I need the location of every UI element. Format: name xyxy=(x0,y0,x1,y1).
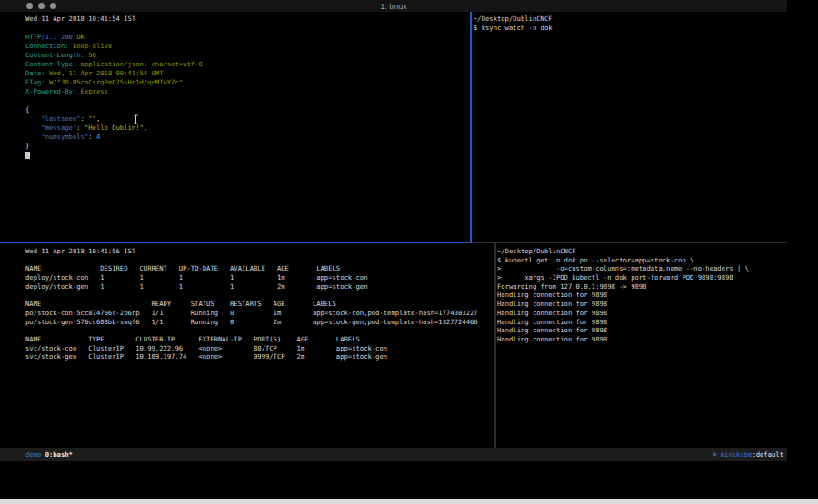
terminal-window: 1. tmux Wed 11 Apr 2018 10:41:54 IST HTT… xyxy=(0,0,787,499)
http-header-line: Connection: keep-alive xyxy=(25,42,495,51)
window-list-item[interactable]: 0:bash* xyxy=(45,450,73,459)
blank-line xyxy=(25,326,520,335)
json-close-brace: } xyxy=(25,142,495,151)
json-comma: , xyxy=(144,124,147,132)
svc-table-row: svc/stock-con ClusterIP 10.99.222.96 <no… xyxy=(25,344,520,353)
json-sep: : xyxy=(81,114,89,123)
blank-line xyxy=(25,96,495,105)
command-line: $ kubectl get -n dok po --selector=app=s… xyxy=(497,256,788,265)
pod-table-row: po/stock-con-5cc874766c-2p6rp 1/1 Runnin… xyxy=(25,309,520,318)
header-name: X-Powered-By: xyxy=(25,87,76,95)
svc-table-header: NAME TYPE CLUSTER-IP EXTERNAL-IP PORT(S)… xyxy=(25,335,520,344)
timestamp-line: Wed 11 Apr 2018 10:41:56 IST xyxy=(25,247,520,256)
http-status-line: HTTP/1.1 200 OK xyxy=(25,33,495,42)
json-value: "Hello Dublin!" xyxy=(85,124,144,132)
http-header-line: X-Powered-By: Express xyxy=(25,87,495,96)
tmux-status-bar: demo 0:bash* ☸ minikube:default xyxy=(0,448,787,461)
command-continuation-line: > -o=custom-columns=:metadata.name --no-… xyxy=(497,264,788,273)
window-titlebar[interactable]: 1. tmux xyxy=(0,0,787,12)
forwarding-line: Forwarding from 127.0.0.1:9898 -> 9898 xyxy=(497,282,788,292)
brace: { xyxy=(25,105,29,114)
handling-line: Handling connection for 9898 xyxy=(497,318,788,327)
timestamp-line: Wed 11 Apr 2018 10:41:54 IST xyxy=(25,15,495,24)
status-left: demo 0:bash* xyxy=(25,448,73,461)
kube-context: minikube xyxy=(721,450,753,459)
cwd-line: ~/Desktop/DublinCNCF xyxy=(474,15,789,24)
handling-line: Handling connection for 9898 xyxy=(497,300,788,309)
header-name: Content-Length: xyxy=(25,51,85,59)
json-value: "" xyxy=(88,114,96,123)
pod-table-row: po/stock-gen-576cc688bb-swqf6 1/1 Runnin… xyxy=(25,318,520,327)
json-comma: , xyxy=(96,114,100,123)
cwd-line: ~/Desktop/DublinCNCF xyxy=(497,247,788,256)
json-sep: : xyxy=(76,124,85,132)
handling-line: Handling connection for 9898 xyxy=(497,326,788,335)
deploy-table-header: NAME DESIRED CURRENT UP-TO-DATE AVAILABL… xyxy=(25,264,520,273)
kube-namespace: :default xyxy=(752,450,783,459)
header-value: 56 xyxy=(85,51,96,59)
handling-line: Handling connection for 9898 xyxy=(497,335,788,344)
json-sep: : xyxy=(88,133,96,141)
command-line: $ ksync watch -n dok xyxy=(474,24,789,33)
http-header-line: Date: Wed, 11 Apr 2018 09:41:54 GMT xyxy=(25,69,495,78)
json-row: "lastseen": "", xyxy=(25,114,495,124)
pane-ksync-watch[interactable]: ~/Desktop/DublinCNCF $ ksync watch -n do… xyxy=(472,12,789,244)
header-value: Express xyxy=(76,87,108,95)
desktop: 1. tmux Wed 11 Apr 2018 10:41:54 IST HTT… xyxy=(0,0,818,504)
pane-kubectl-get[interactable]: Wed 11 Apr 2018 10:41:56 IST NAME DESIRE… xyxy=(0,243,520,451)
header-name: Content-Type: xyxy=(25,60,76,68)
handling-line: Handling connection for 9898 xyxy=(497,309,788,318)
mouse-text-cursor-icon xyxy=(133,114,139,124)
http-reason: OK xyxy=(76,33,85,41)
pod-table-header: NAME READY STATUS RESTARTS AGE LABELS xyxy=(25,300,520,309)
status-right: ☸ minikube:default xyxy=(713,448,783,461)
blank-line xyxy=(25,291,520,300)
header-name: ETag: xyxy=(25,78,45,86)
http-proto: HTTP xyxy=(25,33,41,41)
http-header-line: Content-Length: 56 xyxy=(25,51,495,60)
command-continuation-line: > xargs -IPOD kubectl -n dok port-forwar… xyxy=(497,273,788,282)
handling-line: Handling connection for 9898 xyxy=(497,291,788,300)
json-value: 4 xyxy=(96,133,100,141)
json-row: "message": "Hello Dublin!", xyxy=(25,124,495,133)
blank-line xyxy=(25,24,495,33)
session-name: demo xyxy=(25,450,41,459)
http-header-line: ETag: W/"38-O5coCsrg3mQ75sHr1d/qcMTwYZc" xyxy=(25,78,495,87)
json-key: "message" xyxy=(25,124,76,132)
header-value: W/"38-O5coCsrg3mQ75sHr1d/qcMTwYZc" xyxy=(45,78,183,86)
deploy-table-row: deploy/stock-con 1 1 1 1 1m app=stock-co… xyxy=(25,273,520,282)
json-open-brace: { xyxy=(25,105,495,114)
json-key: "lastseen" xyxy=(25,114,81,123)
header-value: application/json; charset=utf-8 xyxy=(76,60,202,68)
header-value: keep-alive xyxy=(69,42,113,50)
brace: } xyxy=(25,142,29,150)
header-name: Date: xyxy=(25,69,45,77)
window-title: 1. tmux xyxy=(0,2,787,11)
header-name: Connection: xyxy=(25,42,69,50)
pane-http-response[interactable]: Wed 11 Apr 2018 10:41:54 IST HTTP/1.1 20… xyxy=(0,12,495,244)
blank-line xyxy=(25,256,520,265)
deploy-table-row: deploy/stock-gen 1 1 1 1 2m app=stock-ge… xyxy=(25,282,520,292)
http-header-line: Content-Type: application/json; charset=… xyxy=(25,60,495,69)
pane-port-forward[interactable]: ~/Desktop/DublinCNCF $ kubectl get -n do… xyxy=(496,243,788,451)
json-row: "numsymbols": 4 xyxy=(25,133,495,142)
desktop-background-strip xyxy=(0,499,818,504)
header-value: Wed, 11 Apr 2018 09:41:54 GMT xyxy=(45,69,164,77)
svc-table-row: svc/stock-gen ClusterIP 10.109.197.74 <n… xyxy=(25,352,520,361)
http-version-code: /1.1 200 xyxy=(41,33,76,41)
json-key: "numsymbols" xyxy=(25,133,88,141)
terminal-cursor xyxy=(25,152,30,159)
